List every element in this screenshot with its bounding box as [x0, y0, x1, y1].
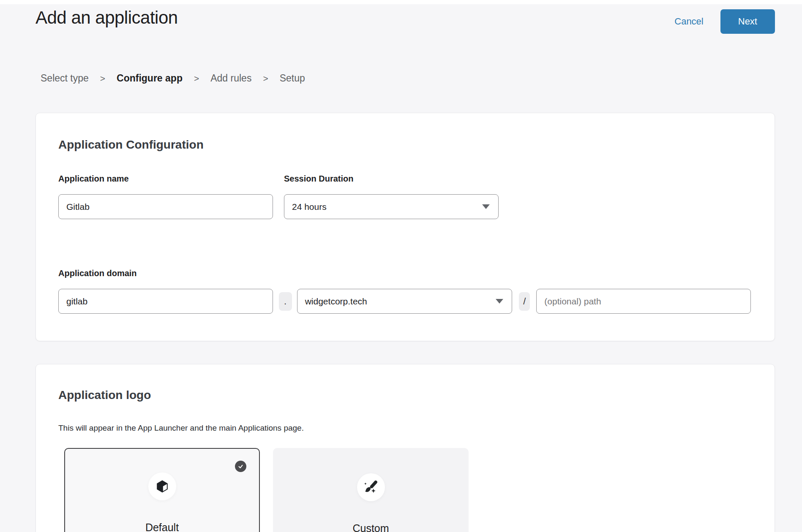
logo-option-label: Custom [274, 522, 468, 532]
custom-logo-circle [357, 473, 385, 501]
application-name-field: Application name [58, 174, 273, 219]
default-logo-circle [148, 472, 176, 500]
session-duration-label: Session Duration [284, 174, 499, 184]
session-duration-select[interactable]: 24 hours [284, 194, 499, 219]
cancel-button[interactable]: Cancel [674, 16, 703, 27]
session-duration-field: Session Duration 24 hours [284, 174, 499, 219]
page-title: Add an application [35, 7, 178, 29]
selected-badge [235, 461, 246, 472]
cube-icon [154, 478, 171, 495]
application-domain-label: Application domain [58, 269, 751, 278]
chevron-down-icon [496, 299, 503, 304]
application-domain-row: . widgetcorp.tech / [58, 289, 751, 314]
chevron-down-icon [482, 204, 490, 209]
wizard-steps: Select type > Configure app > Add rules … [41, 73, 802, 84]
application-domain-field: Application domain . widgetcorp.tech / [58, 269, 751, 314]
page-header: Add an application Cancel Next [0, 4, 802, 34]
step-separator: > [100, 73, 105, 84]
application-logo-card: Application logo This will appear in the… [35, 364, 775, 532]
step-configure-app[interactable]: Configure app [117, 73, 183, 84]
application-name-label: Application name [58, 174, 273, 184]
subdomain-input[interactable] [58, 289, 273, 314]
step-select-type[interactable]: Select type [41, 73, 89, 84]
header-actions: Cancel Next [674, 9, 775, 34]
step-add-rules[interactable]: Add rules [210, 73, 251, 84]
application-configuration-card: Application Configuration Application na… [35, 113, 775, 341]
check-icon [237, 463, 244, 470]
application-logo-heading: Application logo [58, 388, 751, 402]
step-separator: > [194, 73, 199, 84]
header-top-strip [0, 0, 802, 4]
slash-separator: / [519, 292, 530, 311]
session-duration-value: 24 hours [292, 202, 327, 212]
logo-options-row: Default Custom [64, 448, 751, 532]
paintbrush-icon [362, 478, 380, 496]
application-logo-description: This will appear in the App Launcher and… [58, 423, 751, 433]
application-configuration-heading: Application Configuration [58, 138, 751, 152]
name-session-row: Application name Session Duration 24 hou… [58, 174, 751, 219]
path-input[interactable] [536, 289, 751, 314]
domain-select[interactable]: widgetcorp.tech [297, 289, 513, 314]
next-button[interactable]: Next [720, 9, 775, 34]
step-setup[interactable]: Setup [280, 73, 305, 84]
logo-option-custom[interactable]: Custom [273, 448, 469, 532]
step-separator: > [263, 73, 268, 84]
logo-option-default[interactable]: Default [64, 448, 260, 532]
domain-select-value: widgetcorp.tech [305, 296, 367, 307]
logo-option-label: Default [65, 521, 259, 532]
application-name-input[interactable] [58, 194, 273, 219]
dot-separator: . [279, 292, 292, 311]
